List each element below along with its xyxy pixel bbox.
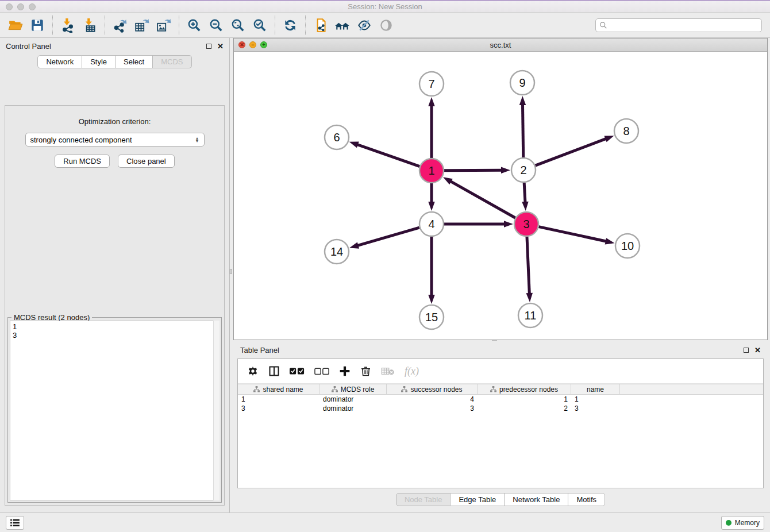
import-table-icon[interactable] [79,15,101,36]
svg-text:9: 9 [519,76,525,89]
show-style-icon[interactable] [353,15,375,36]
status-bar: Memory [0,512,770,532]
delete-row-icon[interactable] [360,365,371,377]
tab-select[interactable]: Select [116,55,153,68]
optimization-criterion-label: Optimization criterion: [5,117,224,126]
search-input[interactable] [610,21,758,29]
toolbar-separator [52,16,53,35]
tab-mcds[interactable]: MCDS [153,55,191,68]
svg-text:15: 15 [425,311,438,323]
table-header: shared name MCDS role successor nodes pr… [238,384,763,395]
graph-node-6[interactable]: 6 [325,125,349,149]
svg-text:14: 14 [330,245,343,258]
cell-mcds-role[interactable]: dominator [319,395,387,403]
panel-splitter-grip[interactable] [229,269,232,274]
graph-node-9[interactable]: 9 [510,71,534,95]
close-table-panel-icon[interactable]: ✕ [754,346,761,354]
float-panel-icon[interactable] [206,44,211,49]
column-header-mcds-role[interactable]: MCDS role [319,384,387,394]
network-window-titlebar[interactable]: ✕ − + scc.txt [234,38,767,52]
table-settings-icon[interactable] [247,365,259,377]
export-table-icon[interactable] [131,15,153,36]
svg-text:11: 11 [525,309,537,322]
close-panel-icon[interactable]: ✕ [217,43,224,50]
table-row[interactable]: 1 dominator 4 1 1 [238,395,763,404]
column-header-predecessor-nodes[interactable]: predecessor nodes [478,384,571,394]
result-scrollbar[interactable] [213,321,220,500]
svg-text:1: 1 [428,164,434,177]
cell-predecessor-nodes[interactable]: 1 [478,395,571,403]
save-session-icon[interactable] [26,15,48,36]
graph-node-15[interactable]: 15 [419,305,444,329]
control-panel-title: Control Panel [6,42,206,51]
search-field[interactable] [595,18,762,32]
close-panel-button[interactable]: Close panel [118,155,175,168]
clone-network-icon[interactable] [310,15,332,36]
minimize-network-button[interactable]: − [249,41,256,48]
tab-edge-table[interactable]: Edge Table [451,493,505,506]
table-panel: Table Panel ✕ [233,342,768,512]
graph-node-2[interactable]: 2 [511,158,536,182]
criterion-select[interactable]: strongly connected component ▲▼ [25,133,205,147]
graph-node-1[interactable]: 1 [419,159,444,183]
cell-shared-name[interactable]: 1 [238,395,319,403]
tab-style[interactable]: Style [82,55,116,68]
graph-node-14[interactable]: 14 [325,240,349,264]
graph-node-3[interactable]: 3 [514,212,538,236]
select-all-checkboxes-icon[interactable] [290,367,305,375]
show-columns-icon[interactable] [268,365,280,377]
svg-text:7: 7 [428,78,434,90]
cell-predecessor-nodes[interactable]: 2 [478,404,571,413]
close-network-button[interactable]: ✕ [238,41,245,48]
zoom-fit-icon[interactable] [227,15,249,36]
cell-name[interactable]: 3 [571,404,620,413]
column-header-shared-name[interactable]: shared name [238,384,319,394]
toolbar-separator [275,16,275,35]
toggle-view-icon[interactable] [375,15,397,36]
control-panel: Control Panel ✕ Network Style Select MCD… [0,38,230,512]
table-tabs: Node Table Edge Table Network Table Moti… [233,493,768,506]
graph-node-10[interactable]: 10 [615,234,640,258]
cell-successor-nodes[interactable]: 4 [387,395,478,403]
zoom-in-icon[interactable] [183,15,205,36]
mcds-result-text[interactable]: 1 3 [10,321,220,500]
cell-mcds-role[interactable]: dominator [319,404,387,413]
import-network-icon[interactable] [57,15,79,36]
graph-node-7[interactable]: 7 [419,72,444,96]
tab-motifs[interactable]: Motifs [568,493,605,506]
zoom-network-button[interactable]: + [260,41,267,48]
add-row-icon[interactable] [339,365,351,377]
tab-node-table[interactable]: Node Table [396,493,451,506]
tab-network-table[interactable]: Network Table [505,493,568,506]
node-table: f(x) shared name MCDS role successor nod… [237,358,764,488]
column-header-successor-nodes[interactable]: successor nodes [387,384,478,394]
float-table-panel-icon[interactable] [744,348,749,353]
first-neighbors-icon[interactable] [332,15,353,36]
open-file-icon[interactable] [5,15,26,36]
task-history-button[interactable] [6,516,24,530]
cell-successor-nodes[interactable]: 3 [387,404,478,413]
tree-icon [253,386,260,392]
delete-table-icon[interactable] [381,367,395,376]
network-view-window: ✕ − + scc.txt 7968124314101511 [233,38,768,340]
column-header-name[interactable]: name [571,384,620,394]
main-toolbar [0,13,770,38]
cell-shared-name[interactable]: 3 [238,404,319,413]
network-graph[interactable]: 7968124314101511 [234,52,767,340]
function-builder-icon[interactable]: f(x) [405,365,419,377]
export-image-icon[interactable] [153,15,175,36]
graph-node-8[interactable]: 8 [614,119,638,143]
export-network-icon[interactable] [109,15,131,36]
graph-node-11[interactable]: 11 [518,303,542,327]
refresh-layout-icon[interactable] [279,15,301,36]
zoom-out-icon[interactable] [205,15,227,36]
zoom-selected-icon[interactable] [249,15,271,36]
cell-name[interactable]: 1 [571,395,620,403]
table-row[interactable]: 3 dominator 3 2 3 [238,404,763,413]
clear-checkboxes-icon[interactable] [314,367,329,375]
tab-network[interactable]: Network [37,55,82,68]
graph-node-4[interactable]: 4 [419,212,444,236]
memory-button[interactable]: Memory [721,516,764,530]
svg-text:10: 10 [621,240,634,252]
run-mcds-button[interactable]: Run MCDS [55,155,110,168]
